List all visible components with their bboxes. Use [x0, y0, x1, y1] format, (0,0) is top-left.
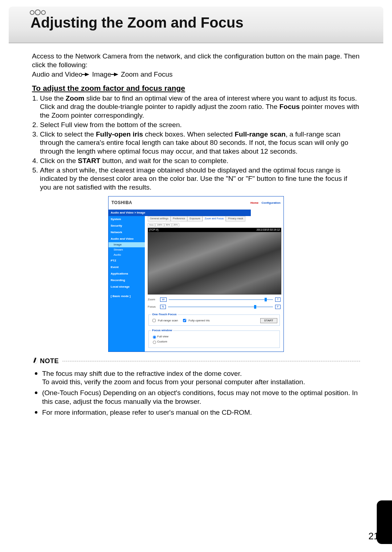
- sidebar-item-ptz[interactable]: PTZ: [109, 257, 145, 264]
- sidebar: Audio and Video > Image System Security …: [109, 210, 145, 352]
- arrow-icon: [85, 73, 89, 76]
- focus-window-custom[interactable]: Custom: [151, 340, 277, 344]
- one-touch-focus-legend: One-Touch Focus: [151, 313, 177, 316]
- intro-paragraph: Access to the Network Camera from the ne…: [32, 52, 360, 69]
- page-content: Access to the Network Camera from the ne…: [0, 43, 392, 417]
- focus-far-button[interactable]: F: [275, 305, 281, 309]
- tab-general-settings[interactable]: General settings: [148, 216, 171, 222]
- focus-window-legend: Focus window: [151, 329, 173, 332]
- step-3: Click to select the Fully-open iris chec…: [40, 130, 360, 156]
- sidebar-item-local-storage[interactable]: Local storage: [109, 284, 145, 290]
- step-2: Select Full view from the bottom of the …: [40, 121, 360, 129]
- zoom-25[interactable]: 25%: [172, 223, 179, 227]
- note-title: NOTE: [40, 357, 59, 365]
- focus-slider[interactable]: [168, 307, 273, 307]
- focus-near-button[interactable]: N: [160, 305, 166, 309]
- main-panel: General settings Preference Exposure Zoo…: [145, 210, 283, 352]
- breadcrumb: Audio and Video > Image: [109, 210, 251, 216]
- focus-slider-row: Focus N F: [148, 305, 281, 309]
- note-item: The focus may shift due to the refractiv…: [42, 368, 360, 387]
- zoom-wide-button[interactable]: W: [160, 297, 167, 302]
- step-5: After a short while, the clearest image …: [40, 166, 360, 192]
- note-divider: [62, 361, 360, 361]
- note-icon: [32, 357, 38, 365]
- sidebar-item-applications[interactable]: Applications: [109, 271, 145, 277]
- arrow-icon: [114, 73, 118, 76]
- configuration-screenshot: TOSHIBA Home Configuration Audio and Vid…: [108, 196, 284, 352]
- fully-opened-iris-checkbox[interactable]: Fully-opened iris: [181, 318, 210, 323]
- camera-preview: (TCP-V) 2011/10/15 02:19:12: [148, 228, 281, 295]
- note-item: For more information, please refer to us…: [42, 407, 360, 417]
- instruction-steps: Use the Zoom slide bar to find an optima…: [32, 94, 360, 192]
- tab-bar: General settings Preference Exposure Zoo…: [148, 216, 281, 222]
- full-range-scan-checkbox[interactable]: Full-range scan: [151, 318, 178, 323]
- zoom-50[interactable]: 50%: [164, 223, 172, 227]
- tab-zoom-focus[interactable]: Zoom and Focus: [203, 216, 226, 222]
- sidebar-item-system[interactable]: System: [109, 216, 145, 223]
- one-touch-focus-group: One-Touch Focus Full-range scan Fully-op…: [148, 313, 280, 326]
- page-edge-tab: [377, 500, 392, 544]
- zoom-label: Zoom: [148, 298, 158, 301]
- sidebar-sub-audio[interactable]: Audio: [109, 252, 145, 257]
- zoom-auto[interactable]: Auto: [148, 223, 155, 227]
- note-list: The focus may shift due to the refractiv…: [36, 368, 360, 417]
- note-item: (One-Touch Focus) Depending on an object…: [42, 387, 360, 406]
- sidebar-item-event[interactable]: Event: [109, 264, 145, 271]
- sidebar-sub-image[interactable]: Image: [109, 242, 145, 247]
- path-step-3: Zoom and Focus: [121, 70, 173, 78]
- tab-exposure[interactable]: Exposure: [187, 216, 203, 222]
- focus-window-full-view[interactable]: Full view: [151, 334, 277, 339]
- focus-window-group: Focus window Full view Custom: [148, 329, 280, 348]
- overlay-protocol: (TCP-V): [149, 228, 159, 232]
- tab-privacy-mask[interactable]: Privacy mask: [226, 216, 245, 222]
- section-subheading: To adjust the zoom factor and focus rang…: [32, 84, 360, 93]
- configuration-link[interactable]: Configuration: [262, 201, 281, 204]
- path-step-2: Image: [92, 70, 111, 78]
- navigation-path: Audio and Video Image Zoom and Focus: [32, 70, 360, 79]
- sidebar-item-network[interactable]: Network: [109, 229, 145, 236]
- tab-preference[interactable]: Preference: [171, 216, 187, 222]
- zoom-tele-button[interactable]: T: [275, 297, 281, 302]
- step-1: Use the Zoom slide bar to find an optima…: [40, 94, 360, 120]
- home-link[interactable]: Home: [250, 201, 258, 204]
- sidebar-item-security[interactable]: Security: [109, 223, 145, 229]
- zoom-slider[interactable]: [169, 299, 273, 300]
- zoom-slider-row: Zoom W T: [148, 297, 281, 302]
- zoom-buttons: Auto 100% 50% 25%: [148, 223, 281, 227]
- brand-logo: TOSHIBA: [111, 200, 132, 206]
- note-header: NOTE: [32, 357, 360, 365]
- sidebar-item-recording[interactable]: Recording: [109, 277, 145, 284]
- focus-label: Focus: [148, 305, 158, 309]
- step-4: Click on the START button, and wait for …: [40, 157, 360, 165]
- start-button[interactable]: START: [260, 318, 277, 323]
- overlay-timestamp: 2011/10/15 02:19:12: [257, 228, 280, 232]
- zoom-100[interactable]: 100%: [155, 223, 164, 227]
- page-header: Adjusting the Zoom and Focus: [9, 7, 383, 43]
- page-title: Adjusting the Zoom and Focus: [30, 15, 244, 31]
- page-number: 21: [368, 531, 379, 542]
- path-step-1: Audio and Video: [32, 70, 82, 78]
- sidebar-sub-stream[interactable]: Stream: [109, 247, 145, 252]
- sidebar-item-audio-video[interactable]: Audio and Video: [109, 236, 145, 242]
- basic-mode-link[interactable]: [ Basic mode ]: [109, 292, 145, 300]
